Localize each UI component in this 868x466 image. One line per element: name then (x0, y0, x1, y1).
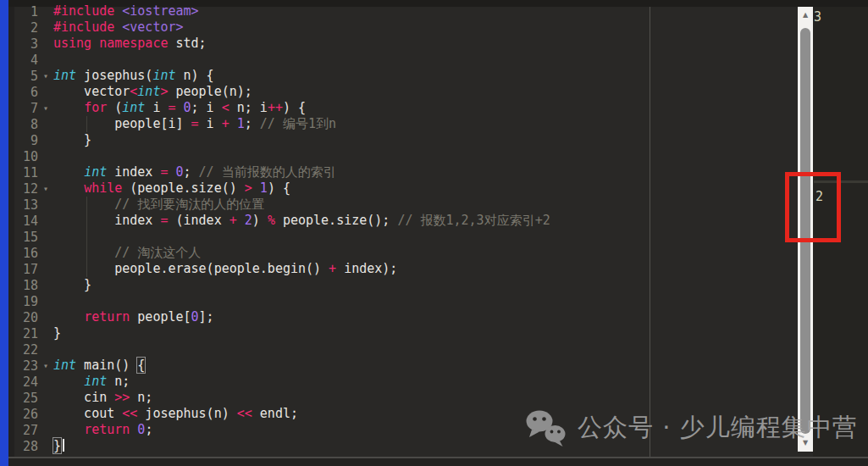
code-line[interactable]: for (int i = 0; i < n; i++) { (53, 100, 550, 116)
line-number: 12 (14, 181, 38, 197)
code-token: i (199, 116, 222, 131)
code-token: << (122, 406, 137, 421)
code-line[interactable]: #include <iostream> (53, 3, 550, 19)
code-token: #include (53, 19, 114, 35)
line-number: 23 (14, 358, 38, 374)
code-token: 1 (237, 116, 245, 131)
code-line[interactable]: // 找到要淘汰的人的位置 (53, 197, 550, 213)
code-area[interactable]: #include <iostream>#include <vector>usin… (53, 3, 550, 454)
line-number: 10 (14, 149, 38, 164)
code-line[interactable]: #include <vector> (53, 19, 550, 36)
code-line[interactable]: } (53, 325, 550, 341)
code-token: <iostream> (122, 3, 198, 19)
code-token: namespace (99, 36, 168, 51)
code-line[interactable]: int main() { (53, 358, 550, 374)
code-line[interactable] (53, 229, 550, 245)
code-token: } (53, 277, 91, 292)
fold-arrow-icon[interactable]: ▾ (38, 68, 53, 84)
code-line[interactable] (53, 148, 550, 164)
code-line[interactable]: while (people.size() > 1) { (53, 180, 550, 197)
code-token (53, 245, 114, 260)
code-token: ) { (283, 100, 306, 115)
code-token: // 当前报数的人的索引 (199, 164, 336, 180)
code-token: ; (184, 164, 199, 180)
code-line[interactable]: return people[0]; (53, 309, 550, 325)
code-token: cin (53, 390, 114, 405)
code-line[interactable]: index = (index + 2) % people.size(); // … (53, 213, 550, 229)
code-line[interactable]: // 淘汰这个人 (53, 245, 550, 261)
gutter-row: 18 (14, 277, 53, 293)
fold-arrow-icon[interactable]: ▾ (38, 180, 53, 197)
code-line[interactable]: cout << josephus(n) << endl; (53, 406, 550, 422)
code-token: cout (53, 406, 122, 421)
line-number: 17 (14, 262, 38, 277)
gutter: 12345▾67▾89101112▾1314151617181920212223… (14, 3, 53, 454)
gutter-row: 2 (14, 19, 53, 36)
code-line[interactable] (53, 341, 550, 358)
code-line[interactable]: int n; (53, 374, 550, 390)
gutter-row: 15 (14, 229, 53, 245)
gutter-row: 24 (14, 374, 53, 390)
code-token: = (168, 100, 175, 115)
watermark-text: 公众号 · 少儿编程集中营 (578, 411, 858, 445)
gutter-row: 17 (14, 261, 53, 277)
line-number: 11 (14, 165, 38, 180)
gutter-row: 4 (14, 52, 53, 68)
code-line[interactable]: } (53, 277, 550, 293)
gutter-row: 16 (14, 245, 53, 261)
code-token: // 编号1到n (260, 116, 336, 131)
wechat-icon (523, 408, 567, 447)
code-token: // 淘汰这个人 (114, 245, 201, 260)
code-token (53, 309, 84, 325)
matched-bracket: { (137, 358, 145, 373)
code-line[interactable]: int index = 0; // 当前报数的人的索引 (53, 164, 550, 180)
code-line[interactable] (53, 293, 550, 309)
code-token: > (245, 180, 252, 196)
code-token: n; (107, 374, 130, 389)
code-token: (people.size() (122, 180, 245, 196)
code-line[interactable]: int josephus(int n) { (53, 68, 550, 84)
annotation-number-3: 3 (814, 9, 821, 25)
line-number: 3 (14, 36, 38, 52)
code-token: people[i] (53, 116, 191, 131)
code-editor-window: 12345▾67▾89101112▾1314151617181920212223… (0, 0, 868, 466)
code-token: return (84, 309, 130, 325)
fold-arrow-icon[interactable]: ▾ (38, 358, 53, 374)
line-number: 7 (14, 101, 38, 116)
code-token: using (53, 36, 91, 51)
code-token (53, 197, 114, 212)
gutter-row: 25 (14, 390, 53, 406)
code-token: int (84, 374, 107, 389)
code-line[interactable]: vector<int> people(n); (53, 84, 550, 100)
line-number: 13 (14, 197, 38, 213)
code-token (237, 213, 245, 228)
code-line[interactable] (53, 52, 550, 68)
code-token: endl; (252, 406, 298, 421)
fold-arrow-icon[interactable]: ▾ (38, 100, 53, 116)
column-ruler-line (650, 7, 650, 458)
code-token: ; (145, 422, 152, 437)
scroll-up-arrow-icon[interactable]: ▲ (798, 8, 813, 22)
line-number: 8 (14, 117, 38, 132)
gutter-row: 26 (14, 406, 53, 422)
code-line[interactable]: } (53, 132, 550, 148)
gutter-row: 3 (14, 36, 53, 52)
code-line[interactable]: people.erase(people.begin() + index); (53, 261, 550, 277)
code-token: int (53, 358, 76, 373)
code-token: // 报数1,2,3对应索引+2 (397, 213, 550, 228)
code-token: (index (168, 213, 229, 228)
code-line[interactable]: } (53, 438, 550, 454)
code-line[interactable]: cin >> n; (53, 390, 550, 406)
code-line[interactable]: return 0; (53, 422, 550, 438)
text-caret (63, 439, 64, 452)
code-token: josephus( (76, 68, 152, 83)
red-highlight-box (785, 172, 841, 242)
code-line[interactable]: people[i] = i + 1; // 编号1到n (53, 116, 550, 132)
code-token: people[ (130, 309, 191, 325)
line-number: 5 (14, 69, 38, 84)
code-token: // 找到要淘汰的人的位置 (114, 197, 264, 212)
gutter-row: 12▾ (14, 180, 53, 197)
gutter-row: 6 (14, 84, 53, 100)
code-line[interactable]: using namespace std; (53, 36, 550, 52)
line-number: 20 (14, 310, 38, 325)
